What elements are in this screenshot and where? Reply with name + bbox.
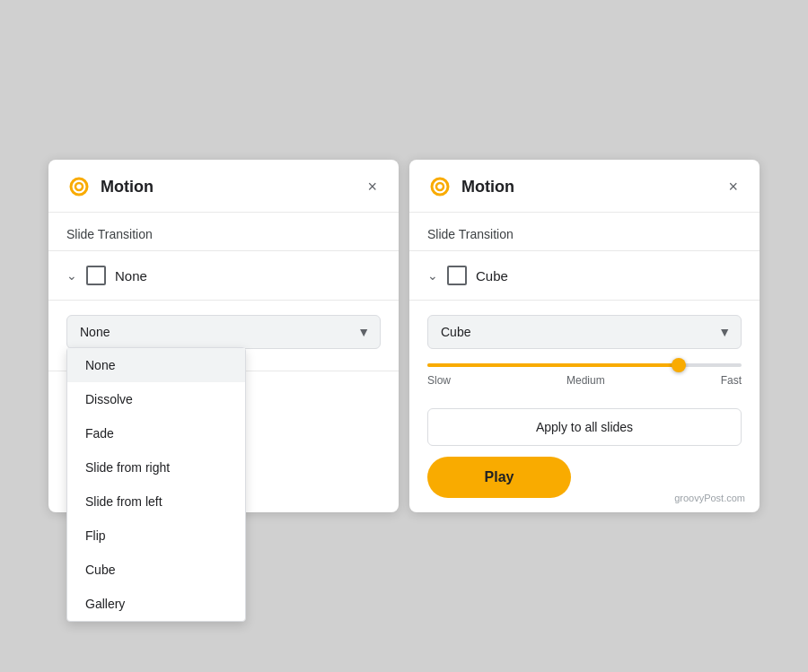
left-panel: Motion × Slide Transition ⌄ None None ▼ … (48, 160, 399, 512)
dropdown-item-flip[interactable]: Flip (67, 519, 245, 553)
right-panel-body: Cube ▼ Slow Medium Fast Apply to all sli… (409, 301, 760, 512)
dropdown-item-dissolve[interactable]: Dissolve (67, 382, 245, 416)
dropdown-item-cube[interactable]: Cube (67, 553, 245, 587)
dropdown-item-none[interactable]: None (67, 348, 245, 382)
left-panel-body: None ▼ None Dissolve Fade Slide from rig… (48, 301, 399, 371)
left-dropdown-menu: None Dissolve Fade Slide from right Slid… (66, 347, 246, 622)
left-transition-header: ⌄ None (48, 251, 399, 301)
left-slide-icon (86, 266, 106, 285)
apply-to-all-button[interactable]: Apply to all slides (427, 408, 742, 446)
left-panel-header: Motion × (48, 160, 399, 213)
left-select-wrapper: None ▼ None Dissolve Fade Slide from rig… (66, 315, 381, 349)
right-panel-title: Motion (461, 178, 514, 196)
right-slide-icon (447, 266, 467, 285)
slider-fast-label: Fast (721, 374, 742, 387)
left-panel-title: Motion (101, 178, 154, 196)
right-select-wrapper: Cube ▼ (427, 315, 742, 349)
left-header-left: Motion (66, 174, 154, 199)
slider-medium-label: Medium (566, 374, 605, 387)
left-select-control[interactable]: None (66, 315, 381, 349)
left-transition-name: None (115, 268, 147, 284)
dropdown-item-slide-right[interactable]: Slide from right (67, 450, 245, 484)
motion-icon-left (66, 174, 92, 199)
svg-point-0 (71, 179, 87, 195)
left-section-label: Slide Transition (48, 213, 399, 251)
dropdown-item-slide-left[interactable]: Slide from left (67, 484, 245, 519)
watermark: groovyPost.com (674, 493, 745, 503)
slider-labels: Slow Medium Fast (427, 374, 742, 387)
left-close-button[interactable]: × (364, 175, 381, 198)
right-transition-name: Cube (476, 268, 508, 284)
right-transition-header: ⌄ Cube (409, 251, 760, 301)
right-section-label: Slide Transition (409, 213, 760, 251)
dropdown-item-gallery[interactable]: Gallery (67, 587, 245, 621)
motion-icon-right (427, 174, 452, 199)
speed-slider-section: Slow Medium Fast (427, 363, 742, 387)
right-close-button[interactable]: × (725, 175, 742, 198)
right-panel: Motion × Slide Transition ⌄ Cube Cube ▼ (409, 160, 760, 512)
play-button[interactable]: Play (427, 457, 571, 498)
dropdown-item-fade[interactable]: Fade (67, 416, 245, 450)
right-panel-header: Motion × (409, 160, 760, 213)
slider-thumb[interactable] (672, 358, 686, 372)
panels-container: Motion × Slide Transition ⌄ None None ▼ … (31, 142, 777, 530)
left-chevron-icon[interactable]: ⌄ (66, 268, 77, 283)
right-chevron-icon[interactable]: ⌄ (427, 268, 438, 283)
slider-fill (427, 363, 679, 367)
right-header-left: Motion (427, 174, 514, 199)
slider-slow-label: Slow (427, 374, 451, 387)
right-select-control[interactable]: Cube (427, 315, 742, 349)
svg-point-2 (432, 179, 448, 195)
svg-point-1 (75, 183, 83, 190)
svg-point-3 (436, 183, 444, 190)
slider-track[interactable] (427, 363, 742, 367)
